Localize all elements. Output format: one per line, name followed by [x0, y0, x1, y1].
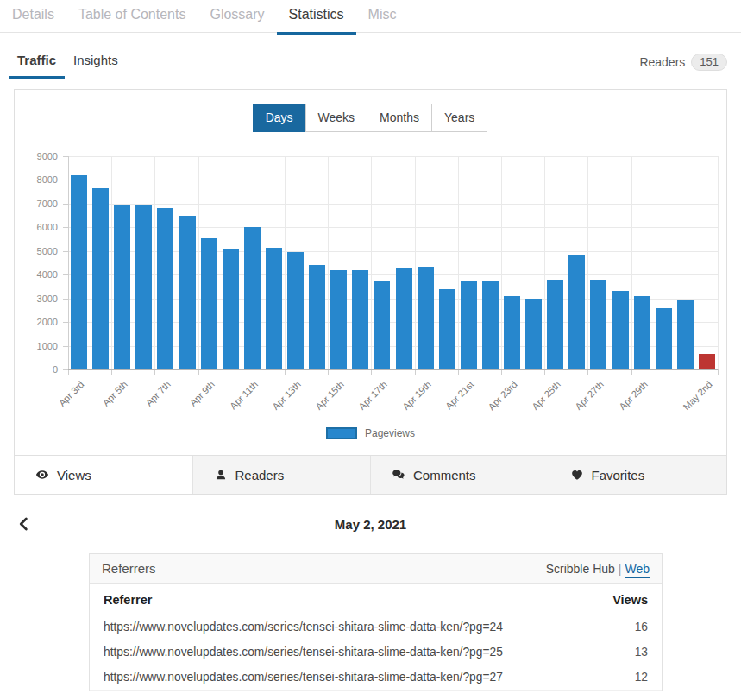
- tab-glossary[interactable]: Glossary: [198, 0, 276, 32]
- chart-bar-apr-20th[interactable]: [439, 289, 455, 369]
- gridline-v: [154, 156, 155, 369]
- referrer-views: 16: [588, 615, 662, 640]
- stat-subtabs: TrafficInsights: [9, 53, 127, 79]
- chart-bar-apr-6th[interactable]: [135, 205, 152, 369]
- chevron-left-icon: [16, 514, 31, 533]
- period-button-months[interactable]: Months: [367, 104, 432, 132]
- chart-bar-apr-14th[interactable]: [309, 265, 325, 369]
- y-axis-label: 9000: [15, 151, 58, 161]
- metric-tab-comments[interactable]: Comments: [370, 456, 549, 494]
- chart-bar-apr-19th[interactable]: [418, 267, 434, 369]
- y-axis-label: 0: [15, 364, 58, 375]
- subtab-traffic[interactable]: Traffic: [9, 53, 65, 79]
- y-axis-label: 6000: [15, 222, 58, 232]
- legend-swatch: [326, 427, 357, 439]
- chart-bar-apr-26th[interactable]: [568, 255, 585, 369]
- referrer-row: https://www.novelupdates.com/series/tens…: [90, 665, 662, 691]
- tab-details[interactable]: Details: [0, 0, 66, 32]
- gridline-v: [631, 156, 632, 369]
- tab-misc[interactable]: Misc: [356, 0, 409, 32]
- chart-bar-apr-24th[interactable]: [525, 299, 542, 369]
- x-axis-label: Apr 27th: [574, 379, 606, 412]
- chart-bar-apr-11th[interactable]: [244, 227, 261, 369]
- gridline-v: [111, 156, 112, 369]
- x-axis-label: Apr 11th: [228, 379, 260, 411]
- metric-tab-views[interactable]: Views: [15, 456, 192, 494]
- chart-bar-apr-25th[interactable]: [547, 280, 563, 369]
- chart-bar-apr-15th[interactable]: [330, 270, 347, 369]
- referrer-views: 13: [588, 640, 662, 665]
- y-axis-label: 4000: [15, 269, 58, 280]
- period-button-weeks[interactable]: Weeks: [305, 104, 368, 132]
- metric-tab-readers[interactable]: Readers: [192, 456, 371, 494]
- stats-subnav: TrafficInsights Readers 151: [9, 53, 727, 79]
- chart-bar-apr-3rd[interactable]: [71, 175, 87, 369]
- x-axis-label: Apr 7th: [144, 379, 173, 408]
- heart-icon: [570, 468, 584, 482]
- x-axis-label: Apr 13th: [270, 379, 303, 412]
- chart-bar-apr-17th[interactable]: [374, 281, 390, 369]
- traffic-chart-panel: DaysWeeksMonthsYears 0100020003000400050…: [14, 89, 727, 495]
- metric-tab-favorites[interactable]: Favorites: [549, 456, 727, 494]
- referrers-header: Referrers Scribble Hub|Web: [90, 554, 662, 584]
- top-nav: DetailsTable of ContentsGlossaryStatisti…: [0, 0, 741, 33]
- chart-bar-apr-16th[interactable]: [352, 270, 368, 369]
- chart-bar-apr-23rd[interactable]: [504, 296, 520, 369]
- y-axis-line: [68, 156, 69, 369]
- gridline-v: [458, 156, 459, 369]
- chart-bar-apr-30th[interactable]: [656, 308, 672, 369]
- chart-bar-apr-28th[interactable]: [612, 291, 629, 369]
- day-nav: May 2, 2021: [0, 513, 741, 537]
- pageviews-bar-chart: 0100020003000400050006000700080009000Apr…: [15, 156, 726, 426]
- period-button-group: DaysWeeksMonthsYears: [15, 104, 726, 132]
- referrer-row: https://www.novelupdates.com/series/tens…: [90, 615, 662, 640]
- legend-label: Pageviews: [365, 427, 415, 439]
- chart-bar-apr-18th[interactable]: [396, 268, 412, 369]
- subtab-insights[interactable]: Insights: [65, 53, 127, 79]
- chart-bar-apr-22nd[interactable]: [482, 281, 499, 369]
- x-axis-label: Apr 17th: [357, 379, 390, 412]
- chart-bar-apr-27th[interactable]: [590, 280, 606, 369]
- referrers-table-body: https://www.novelupdates.com/series/tens…: [90, 615, 662, 691]
- gridline-v: [285, 156, 286, 369]
- readers-count-badge: 151: [691, 54, 727, 71]
- y-axis-label: 2000: [15, 317, 58, 327]
- chart-bar-apr-8th[interactable]: [179, 216, 196, 369]
- x-axis-label: Apr 23rd: [487, 379, 519, 412]
- x-axis-label: Apr 3rd: [57, 379, 86, 408]
- period-button-days[interactable]: Days: [253, 104, 306, 132]
- chart-bar-apr-5th[interactable]: [114, 205, 130, 369]
- previous-day-button[interactable]: [16, 514, 35, 535]
- y-axis-label: 7000: [15, 199, 58, 209]
- metric-tab-label: Favorites: [592, 468, 645, 482]
- chart-bar-may-2nd[interactable]: [699, 354, 715, 369]
- chart-bar-apr-7th[interactable]: [157, 208, 173, 369]
- metric-tab-label: Readers: [235, 468, 285, 482]
- x-axis-line: [68, 369, 718, 370]
- gridline-h: [68, 180, 718, 180]
- period-button-years[interactable]: Years: [431, 104, 487, 132]
- x-axis-label: Apr 21st: [443, 379, 475, 411]
- chart-bar-apr-21st[interactable]: [461, 281, 477, 369]
- chart-bar-apr-13th[interactable]: [287, 252, 304, 369]
- chart-bar-apr-4th[interactable]: [92, 188, 109, 369]
- chart-bar-may-1st[interactable]: [677, 300, 694, 369]
- referrer-row: https://www.novelupdates.com/series/tens…: [90, 640, 662, 665]
- chart-bar-apr-12th[interactable]: [266, 248, 282, 369]
- gridline-h: [68, 204, 718, 205]
- metric-tab-label: Views: [57, 468, 91, 482]
- source-scribblehub-link[interactable]: Scribble Hub: [546, 562, 615, 576]
- x-axis-label: Apr 15th: [313, 379, 346, 412]
- gridline-v: [675, 156, 675, 369]
- x-axis-label: Apr 19th: [400, 379, 433, 412]
- gridline-v: [242, 156, 242, 369]
- chart-bar-apr-29th[interactable]: [634, 296, 650, 369]
- chart-bar-apr-10th[interactable]: [223, 249, 239, 369]
- source-web-link[interactable]: Web: [625, 562, 650, 578]
- y-axis-label: 5000: [15, 246, 58, 256]
- tab-statistics[interactable]: Statistics: [277, 0, 356, 32]
- chart-bar-apr-9th[interactable]: [201, 238, 217, 369]
- x-axis-label: Apr 9th: [187, 379, 217, 408]
- column-header-views: Views: [588, 584, 662, 615]
- tab-table-of-contents[interactable]: Table of Contents: [66, 0, 198, 32]
